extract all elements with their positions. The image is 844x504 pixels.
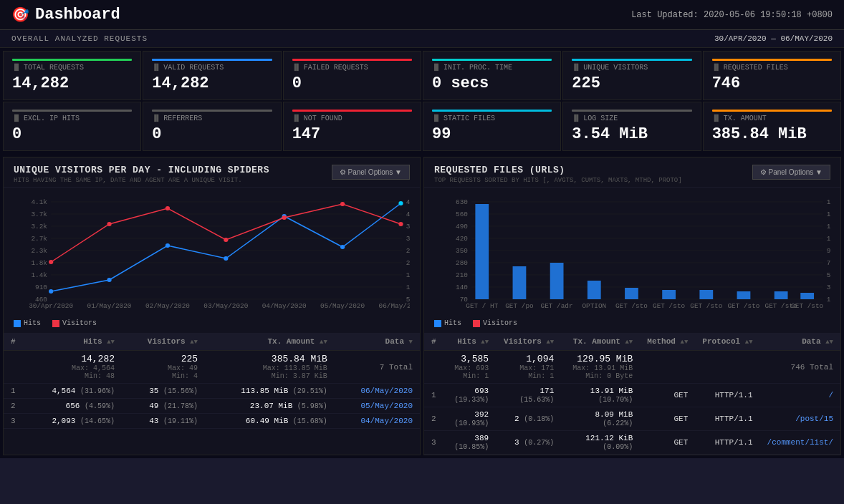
row-hits: 4,564 (31.96%) <box>23 384 122 399</box>
row-visitors: 2 (0.18%) <box>496 407 561 431</box>
svg-text:06/May/2020: 06/May/2020 <box>379 302 410 309</box>
dashboard-icon: 🎯 <box>11 6 29 24</box>
files-col-method[interactable]: Method ▲▼ <box>640 333 695 351</box>
stat-bar-excl-ip-hits <box>12 110 132 112</box>
svg-point-28 <box>107 278 111 282</box>
row-hits: 389 (10.85%) <box>443 431 497 455</box>
table-row: 3 389 (10.85%) 3 (0.27%) 121.12 KiB (0.0… <box>424 431 840 455</box>
stat-label-requested-files: ▐▌ Requested Files <box>712 64 832 72</box>
svg-text:GET /sto: GET /sto <box>615 302 648 309</box>
stat-excl-ip-hits: ▐▌ Excl. IP Hits 0 <box>3 102 141 151</box>
hits-legend-item: Hits <box>14 319 41 327</box>
last-updated: Last Updated: 2020-05-06 19:50:18 +0800 <box>631 10 833 20</box>
row-method: GET <box>640 407 695 431</box>
svg-rect-97 <box>434 320 441 327</box>
svg-point-29 <box>166 243 170 248</box>
stat-icon-tx-amount: ▐▌ <box>712 115 721 122</box>
svg-text:GET /adr: GET /adr <box>541 302 573 309</box>
summary-visitors: 225 Max: 49 Min: 4 <box>122 351 205 384</box>
stat-value-not-found: 147 <box>292 125 412 143</box>
stat-value-static-files: 99 <box>432 125 552 143</box>
files-col-hits[interactable]: Hits ▲▼ <box>443 333 497 351</box>
app-title-text: Dashboard <box>35 6 120 24</box>
svg-text:10: 10 <box>406 284 410 291</box>
date-range: 30/APR/2020 — 06/MAY/2020 <box>714 34 833 43</box>
col-tx[interactable]: Tx. Amount ▲▼ <box>205 333 335 351</box>
files-panel-options-btn[interactable]: ⚙ Panel Options ▼ <box>752 165 830 180</box>
visitors-table-header-row: # Hits ▲▼ Visitors ▲▼ Tx. Amount ▲▼ Data… <box>4 333 420 351</box>
svg-point-32 <box>340 245 345 249</box>
svg-text:35: 35 <box>406 223 410 231</box>
col-data[interactable]: Data ▼ <box>335 333 420 351</box>
files-table-wrapper: # Hits ▲▼ Visitors ▲▼ Tx. Amount ▲▼ Meth… <box>424 333 840 455</box>
stat-bar-unique-visitors <box>572 59 691 61</box>
col-visitors[interactable]: Visitors ▲▼ <box>122 333 205 351</box>
visitors-panel-options-btn[interactable]: ⚙ Panel Options ▼ <box>332 165 410 180</box>
col-num[interactable]: # <box>4 333 23 351</box>
stat-bar-log-size <box>572 110 691 112</box>
svg-text:140: 140 <box>827 210 830 218</box>
svg-point-30 <box>224 256 228 261</box>
files-table: # Hits ▲▼ Visitors ▲▼ Tx. Amount ▲▼ Meth… <box>424 333 840 455</box>
stat-value-excl-ip-hits: 0 <box>12 125 132 143</box>
files-chart: 630 560 490 420 350 280 210 140 70 160 1… <box>424 188 840 316</box>
hits-legend-icon <box>14 320 21 327</box>
stat-value-failed-requests: 0 <box>292 74 412 92</box>
stat-label-log-size: ▐▌ Log Size <box>572 115 691 122</box>
svg-text:130: 130 <box>827 223 830 231</box>
files-hits-legend: Hits <box>434 319 461 327</box>
table-row: 2 656 (4.59%) 49 (21.78%) 23.07 MiB (5.9… <box>4 399 420 414</box>
row-tx: 23.07 MiB (5.98%) <box>205 399 335 414</box>
svg-text:140: 140 <box>456 284 468 291</box>
files-panel-header: REQUESTED FILES (URLS) TOP REQUESTS SORT… <box>424 158 840 188</box>
stat-bar-referrers <box>152 110 272 112</box>
row-protocol: HTTP/1.1 <box>695 431 759 455</box>
svg-text:GET /sto: GET /sto <box>653 302 685 309</box>
stat-bar-failed-requests <box>292 59 412 61</box>
stat-label-excl-ip-hits: ▐▌ Excl. IP Hits <box>12 115 132 122</box>
files-col-protocol[interactable]: Protocol ▲▼ <box>695 333 759 351</box>
svg-text:04/May/2020: 04/May/2020 <box>262 302 307 309</box>
svg-rect-48 <box>14 320 21 327</box>
svg-point-40 <box>398 222 403 226</box>
row-tx: 121.12 KiB (0.09%) <box>561 431 640 455</box>
files-col-data[interactable]: Data ▲▼ <box>760 333 840 351</box>
visitors-legend: Hits Visitors <box>4 316 420 333</box>
svg-point-38 <box>282 215 287 220</box>
svg-rect-85 <box>775 291 788 299</box>
svg-point-33 <box>398 201 403 205</box>
col-hits[interactable]: Hits ▲▼ <box>23 333 122 351</box>
files-table-header-row: # Hits ▲▼ Visitors ▲▼ Tx. Amount ▲▼ Meth… <box>424 333 840 351</box>
row-hits: 392 (10.93%) <box>443 407 497 431</box>
svg-rect-84 <box>737 291 751 299</box>
stat-icon-init-proc-time: ▐▌ <box>432 64 441 72</box>
svg-text:3.2k: 3.2k <box>31 223 47 231</box>
svg-text:25: 25 <box>406 247 410 255</box>
files-summary-row: 3,585 Max: 693 Min: 1 1,094 Max: 171 Min… <box>424 351 840 384</box>
stat-label-static-files: ▐▌ Static Files <box>432 115 552 122</box>
stat-bar-static-files <box>432 110 552 112</box>
stat-icon-excl-ip-hits: ▐▌ <box>12 115 21 122</box>
stat-icon-log-size: ▐▌ <box>572 115 580 122</box>
files-col-visitors[interactable]: Visitors ▲▼ <box>496 333 561 351</box>
files-col-num[interactable]: # <box>424 333 443 351</box>
date-bar: OVERALL ANALYZED REQUESTS 30/APR/2020 — … <box>0 30 844 48</box>
svg-text:02/May/2020: 02/May/2020 <box>145 302 190 309</box>
svg-text:3.7k: 3.7k <box>31 210 47 218</box>
files-summary-visitors: 1,094 Max: 171 Min: 1 <box>496 351 561 384</box>
row-method: GET <box>640 431 695 455</box>
visitors-legend-item: Visitors <box>52 319 97 327</box>
stat-label-referrers: ▐▌ Referrers <box>152 115 272 122</box>
stat-log-size: ▐▌ Log Size 3.54 MiB <box>562 102 701 151</box>
svg-text:20: 20 <box>406 259 410 267</box>
stat-static-files: ▐▌ Static Files 99 <box>423 102 561 151</box>
svg-point-34 <box>49 260 53 264</box>
files-col-tx[interactable]: Tx. Amount ▲▼ <box>561 333 640 351</box>
svg-text:40: 40 <box>406 210 410 218</box>
visitors-table: # Hits ▲▼ Visitors ▲▼ Tx. Amount ▲▼ Data… <box>4 333 420 429</box>
svg-text:15: 15 <box>406 271 410 279</box>
row-hits: 2,093 (14.65%) <box>23 414 122 429</box>
svg-text:GET /sto: GET /sto <box>727 302 759 309</box>
table-row: 2 392 (10.93%) 2 (0.18%) 8.09 MiB (6.22%… <box>424 407 840 431</box>
row-visitors: 49 (21.78%) <box>122 399 205 414</box>
